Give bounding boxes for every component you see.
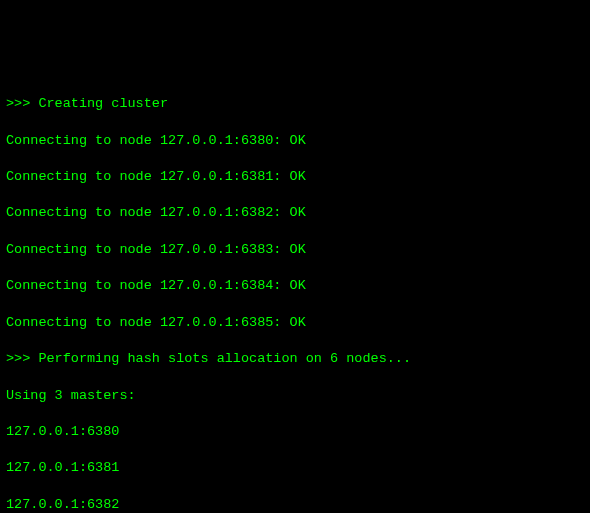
connection-line: Connecting to node 127.0.0.1:6385: OK bbox=[6, 314, 584, 332]
master-node: 127.0.0.1:6382 bbox=[6, 496, 584, 513]
creating-header: >>> Creating cluster bbox=[6, 95, 584, 113]
connection-line: Connecting to node 127.0.0.1:6384: OK bbox=[6, 277, 584, 295]
connection-line: Connecting to node 127.0.0.1:6382: OK bbox=[6, 204, 584, 222]
connection-line: Connecting to node 127.0.0.1:6383: OK bbox=[6, 241, 584, 259]
connection-line: Connecting to node 127.0.0.1:6381: OK bbox=[6, 168, 584, 186]
allocation-header: >>> Performing hash slots allocation on … bbox=[6, 350, 584, 368]
connection-line: Connecting to node 127.0.0.1:6380: OK bbox=[6, 132, 584, 150]
master-node: 127.0.0.1:6381 bbox=[6, 459, 584, 477]
terminal-output: >>> Creating cluster Connecting to node … bbox=[6, 77, 584, 513]
master-node: 127.0.0.1:6380 bbox=[6, 423, 584, 441]
masters-header: Using 3 masters: bbox=[6, 387, 584, 405]
